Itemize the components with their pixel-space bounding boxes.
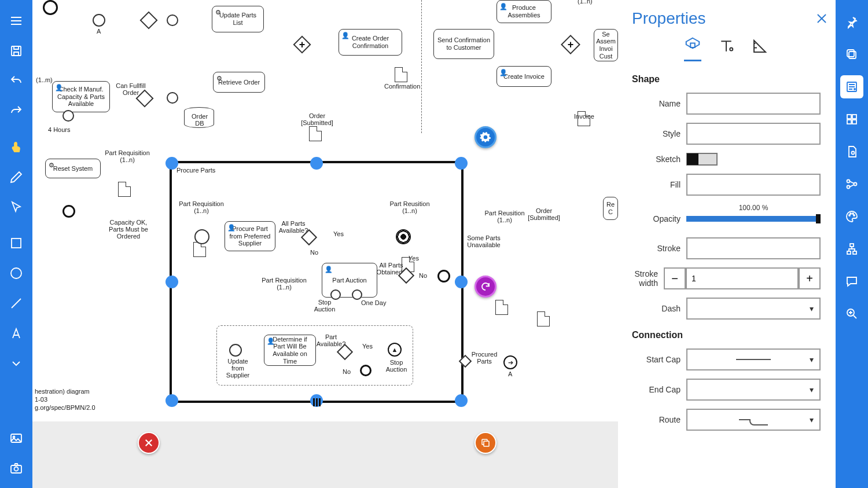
task-partial[interactable]: Re C — [603, 197, 618, 220]
selection-handle[interactable] — [165, 157, 178, 170]
zoom-icon[interactable] — [840, 302, 863, 325]
selection-handle[interactable] — [455, 394, 468, 407]
selection-handle[interactable] — [165, 276, 178, 288]
label: A — [508, 370, 512, 377]
selection-handle[interactable] — [165, 394, 178, 407]
name-field[interactable] — [686, 93, 821, 115]
doc-order[interactable] — [537, 311, 550, 326]
connections-icon[interactable] — [840, 173, 863, 196]
event-node[interactable] — [167, 14, 178, 26]
task-auction[interactable]: 👤Part Auction — [322, 263, 377, 298]
event-end[interactable] — [437, 270, 450, 282]
line-icon[interactable] — [6, 293, 27, 314]
decrement-button[interactable]: − — [664, 267, 686, 289]
task-procure-pref[interactable]: 👤Procure Part from Preferred Supplier — [225, 221, 275, 251]
left-toolbar — [0, 0, 32, 488]
grid-icon[interactable] — [840, 108, 863, 131]
selection-handle[interactable] — [455, 276, 468, 288]
redo-icon[interactable] — [6, 101, 27, 122]
message-event[interactable] — [229, 344, 242, 357]
event-node[interactable] — [43, 0, 58, 15]
section-shape: Shape — [632, 74, 821, 85]
event-start[interactable] — [194, 229, 209, 244]
tab-shape[interactable] — [684, 36, 701, 61]
svg-point-19 — [847, 180, 850, 183]
stroke-width-stepper: − + — [664, 267, 821, 289]
task-retrieve[interactable]: ⚙Retrieve Order — [213, 72, 265, 93]
palette-icon[interactable] — [840, 205, 863, 228]
task-determine[interactable]: 👤Determine if Part Will Be Available on … — [264, 335, 316, 366]
doc-confirmation[interactable] — [395, 67, 407, 82]
task-update-parts[interactable]: ⚙Update Parts List — [212, 6, 264, 32]
stroke-width-field[interactable] — [686, 267, 799, 289]
camera-icon[interactable] — [6, 458, 27, 479]
copy-button[interactable] — [475, 432, 496, 454]
pen-icon[interactable] — [6, 167, 27, 188]
rectangle-icon[interactable] — [6, 233, 27, 254]
outline-icon[interactable] — [840, 237, 863, 260]
doc-req[interactable] — [118, 182, 131, 197]
event-signal[interactable]: ▲ — [388, 343, 402, 357]
dash-select[interactable] — [686, 298, 821, 320]
gateway[interactable] — [139, 11, 157, 29]
pin-icon[interactable] — [840, 10, 863, 34]
route-select[interactable] — [686, 409, 821, 431]
event-node[interactable] — [93, 14, 105, 27]
event-terminate[interactable] — [396, 229, 411, 244]
gateway-parallel[interactable] — [293, 35, 311, 53]
task-check-capacity[interactable]: 👤Check If Manuf. Capacity & Parts Availa… — [52, 81, 110, 112]
pointer-icon[interactable] — [6, 197, 27, 218]
gear-floating-button[interactable] — [475, 126, 496, 148]
task-create-order-conf[interactable]: 👤Create Order Confirmation — [339, 29, 402, 56]
comment-icon[interactable] — [840, 270, 863, 293]
selection-handle[interactable] — [455, 157, 468, 170]
task-send-conf[interactable]: Send Confirmation to Customer — [433, 29, 494, 59]
diagram-layer: (1..n) A ⚙Update Parts List 👤Create Orde… — [32, 0, 618, 421]
undo-icon[interactable] — [6, 71, 27, 91]
svg-point-23 — [850, 213, 851, 214]
link-throw[interactable]: ➔ — [503, 355, 517, 369]
circle-icon[interactable] — [6, 263, 27, 284]
resize-grip[interactable] — [311, 398, 322, 406]
fill-swatch[interactable] — [686, 174, 821, 196]
touch-icon[interactable] — [6, 137, 27, 157]
event-end[interactable] — [360, 365, 372, 376]
label: (1..m) — [36, 76, 53, 83]
task-produce-assy[interactable]: 👤Produce Assemblies — [496, 0, 551, 23]
gateway-parallel[interactable] — [561, 35, 580, 54]
task-partial[interactable]: Se Assem Invoi Cust — [594, 29, 618, 61]
close-icon[interactable] — [815, 12, 829, 25]
refresh-floating-button[interactable] — [475, 276, 496, 298]
task-create-invoice[interactable]: 👤Create Invoice — [496, 66, 551, 87]
tab-text[interactable] — [718, 38, 735, 61]
stroke-swatch[interactable] — [686, 237, 821, 259]
text-icon[interactable] — [6, 323, 27, 344]
delete-button[interactable] — [138, 432, 160, 454]
more-icon[interactable] — [6, 353, 27, 374]
image-icon[interactable] — [6, 428, 27, 449]
page-settings-icon[interactable] — [840, 140, 863, 163]
doc-reu[interactable] — [495, 300, 508, 315]
menu-icon[interactable] — [6, 10, 27, 31]
diagram-canvas[interactable]: (1..n) A ⚙Update Parts List 👤Create Orde… — [32, 0, 618, 488]
save-icon[interactable] — [6, 41, 27, 61]
timer-event[interactable] — [62, 110, 74, 122]
label: Part Requisition (1..n) — [260, 277, 308, 291]
style-field[interactable] — [686, 123, 821, 145]
tab-geometry[interactable] — [751, 38, 768, 61]
properties-panel-icon[interactable] — [840, 75, 863, 98]
layers-icon[interactable] — [840, 43, 863, 66]
endcap-select[interactable] — [686, 379, 821, 401]
increment-button[interactable]: + — [799, 267, 821, 289]
svg-point-6 — [14, 467, 19, 471]
event-end[interactable] — [62, 205, 75, 218]
doc-order[interactable] — [309, 126, 322, 141]
selection-handle[interactable] — [310, 157, 323, 170]
startcap-select[interactable] — [686, 348, 821, 370]
opacity-slider[interactable] — [686, 216, 821, 222]
event-node[interactable] — [167, 92, 178, 104]
task-reset[interactable]: ⚙Reset System — [45, 159, 101, 178]
sketch-toggle[interactable] — [686, 153, 718, 166]
boundary-event[interactable] — [352, 289, 362, 300]
doc-req[interactable] — [193, 242, 206, 257]
